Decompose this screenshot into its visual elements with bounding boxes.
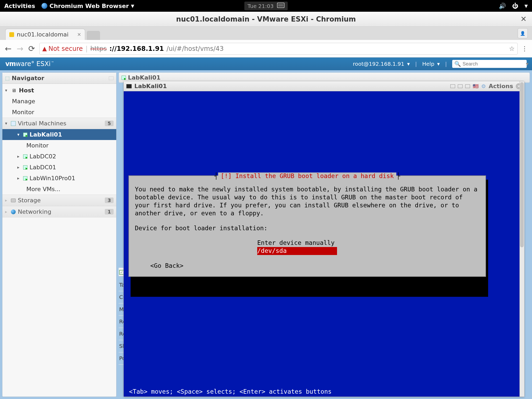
content-area: LabKali01 ✓ TaCrMReReShPo ………………… ⌄▾ Lab…: [119, 72, 530, 397]
installer-body-text: You need to make the newly installed sys…: [135, 186, 480, 217]
reload-button[interactable]: ⟳: [28, 44, 36, 53]
installer-footer-hint: <Tab> moves; <Space> selects; <Enter> ac…: [129, 388, 332, 395]
console-control-icon[interactable]: [465, 84, 470, 88]
tree-vms[interactable]: ▾ Virtual Machines 5: [2, 118, 116, 129]
bookmark-star-icon[interactable]: ☆: [509, 45, 515, 52]
search-input[interactable]: [463, 61, 524, 67]
help-menu[interactable]: Help ▾: [422, 61, 440, 67]
console-control-icon[interactable]: [458, 84, 463, 88]
actions-menu[interactable]: Actions: [489, 83, 513, 89]
toolbar: ← → ⟳ ▲ Not secure | https://192.168.1.9…: [0, 40, 532, 57]
option-dev-sda[interactable]: /dev/sda: [257, 247, 337, 255]
url-scheme: https: [90, 45, 107, 52]
tree-storage[interactable]: ▸ Storage 3: [2, 195, 116, 206]
tree-vm-labkali01[interactable]: ▾ LabKali01: [2, 129, 116, 140]
vmware-header: vmware° ESXi™ root@192.168.1.91 ▾ | Help…: [0, 57, 532, 70]
keyboard-icon: [277, 3, 284, 8]
chevron-down-icon: ▼: [131, 3, 134, 9]
window-titlebar: nuc01.localdomain - VMware ESXi - Chromi…: [0, 12, 532, 27]
new-tab-button[interactable]: [87, 31, 100, 40]
scrollbar[interactable]: [519, 81, 524, 397]
networking-count-badge: 1: [105, 209, 114, 215]
tree-vm-labwin10pro01[interactable]: ▸ LabWin10Pro01: [2, 173, 116, 184]
gear-icon[interactable]: ⚙: [481, 83, 486, 89]
warning-icon: ▲: [42, 45, 47, 52]
tree-networking[interactable]: ▸ Networking 1: [2, 206, 116, 217]
main-content: ⬚ Navigator ▾ Host Manage Monitor ▾ Virt…: [0, 70, 532, 399]
tree-vm-labdc01[interactable]: ▸ LabDC01: [2, 162, 116, 173]
user-menu[interactable]: root@192.168.1.91 ▾: [353, 61, 410, 67]
vm-icon: [23, 165, 27, 170]
forward-button: →: [16, 44, 24, 53]
back-button[interactable]: ←: [4, 44, 12, 53]
app-menu[interactable]: Chromium Web Browser: [49, 3, 129, 9]
volume-icon[interactable]: 🔊: [499, 3, 506, 9]
window-title: nuc01.localdomain - VMware ESXi - Chromi…: [176, 15, 356, 23]
keyboard-layout-icon[interactable]: 🇺🇸: [473, 83, 479, 89]
tree-vm-labdc02[interactable]: ▸ LabDC02: [2, 151, 116, 162]
host-icon: [11, 88, 17, 93]
address-bar[interactable]: ▲ Not secure | https://192.168.1.91/ui/#…: [39, 43, 518, 55]
storage-icon: [11, 199, 16, 202]
url-path: /ui/#/host/vms/43: [167, 45, 224, 52]
tree-host-manage[interactable]: Manage: [2, 96, 116, 107]
tree-host-monitor[interactable]: Monitor: [2, 107, 116, 118]
profile-button[interactable]: 👤: [518, 28, 528, 38]
vm-icon: [122, 76, 126, 80]
scrollbar-thumb[interactable]: [520, 82, 524, 247]
monitor-icon: [126, 84, 132, 88]
favicon-icon: [9, 32, 14, 37]
power-icon[interactable]: ⏻: [512, 3, 518, 9]
vm-icon: [23, 154, 27, 159]
vmware-logo: vmware° ESXi™: [5, 60, 54, 68]
browser-menu-button[interactable]: ⋮: [521, 45, 528, 52]
navigator-icon: ⬚: [5, 75, 10, 81]
vm-icon: [23, 133, 27, 137]
url-host: ://192.168.1.91: [109, 45, 164, 52]
tree-more-vms[interactable]: More VMs...: [2, 184, 116, 195]
installer-dialog: ┤[!] Install the GRUB boot loader on a h…: [128, 175, 486, 277]
gnome-top-bar: Activities Chromium Web Browser ▼ Tue 21…: [0, 0, 532, 12]
security-indicator[interactable]: ▲ Not secure: [42, 45, 83, 52]
option-enter-manually[interactable]: Enter device manually: [257, 239, 337, 247]
tab-title: nuc01.localdomai: [17, 31, 69, 38]
collapse-icon[interactable]: [109, 76, 114, 80]
chevron-down-icon[interactable]: ▾: [526, 61, 529, 67]
go-back-button[interactable]: <Go Back>: [150, 262, 480, 270]
vm-icon: [23, 176, 27, 180]
navigator-header: ⬚ Navigator: [2, 73, 116, 84]
console-control-icon[interactable]: [450, 84, 455, 88]
console-titlebar[interactable]: LabKali01 🇺🇸 ⚙ Actions ✕: [124, 81, 524, 91]
activities-button[interactable]: Activities: [4, 3, 35, 9]
clock[interactable]: Tue 21:03: [244, 2, 288, 10]
window-close-button[interactable]: ✕: [521, 15, 527, 23]
vms-count-badge: 5: [105, 121, 114, 126]
navigator-tree: ▾ Host Manage Monitor ▾ Virtual Machines…: [2, 84, 116, 219]
browser-tab[interactable]: nuc01.localdomai ✕: [5, 29, 85, 40]
vm-console-window: LabKali01 🇺🇸 ⚙ Actions ✕ ┤[!] Install th…: [123, 81, 525, 397]
networking-icon: [11, 209, 16, 214]
vms-icon: [11, 121, 16, 126]
installer-prompt: Device for boot loader installation:: [135, 224, 480, 232]
console-body[interactable]: ┤[!] Install the GRUB boot loader on a h…: [124, 91, 524, 397]
search-box[interactable]: 🔍 ▾: [452, 60, 527, 68]
tab-close-button[interactable]: ✕: [77, 32, 81, 37]
installer-title: [!] Install the GRUB boot loader on a ha…: [218, 172, 397, 179]
chromium-icon: [41, 3, 47, 9]
search-icon: 🔍: [454, 61, 461, 67]
navigator-panel: ⬚ Navigator ▾ Host Manage Monitor ▾ Virt…: [2, 72, 117, 397]
chevron-down-icon[interactable]: ▼: [525, 3, 528, 9]
tree-host[interactable]: ▾ Host: [2, 85, 116, 96]
tree-vm-monitor[interactable]: Monitor: [2, 140, 116, 151]
storage-count-badge: 3: [105, 198, 114, 203]
tab-strip: nuc01.localdomai ✕ 👤: [0, 27, 532, 40]
